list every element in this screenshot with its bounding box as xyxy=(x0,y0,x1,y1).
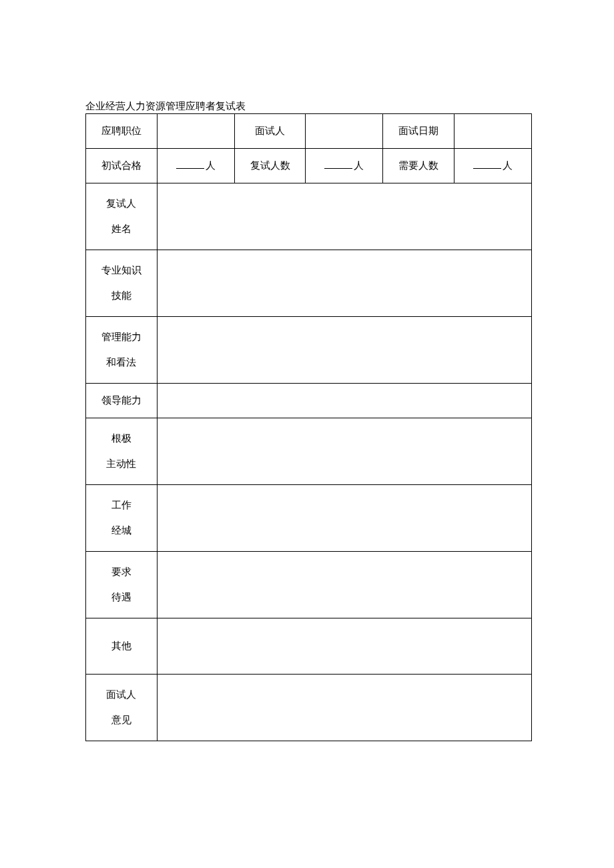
blank-line xyxy=(324,159,352,169)
work-experience-value[interactable] xyxy=(157,485,531,552)
label-line1: 工作 xyxy=(111,500,131,510)
label-line1: 面试人 xyxy=(106,689,136,700)
label-line1: 根极 xyxy=(111,433,131,444)
candidate-name-label: 复试人 姓名 xyxy=(86,183,158,250)
label-line2: 技能 xyxy=(111,290,131,301)
other-label: 其他 xyxy=(86,618,158,675)
first-pass-label: 初试合格 xyxy=(86,149,158,183)
initiative-value[interactable] xyxy=(157,418,531,485)
work-experience-row: 工作 经城 xyxy=(86,485,532,552)
blank-line xyxy=(176,159,204,169)
professional-skill-label: 专业知识 技能 xyxy=(86,250,158,317)
label-line2: 姓名 xyxy=(111,224,131,234)
leadership-value[interactable] xyxy=(157,384,531,418)
requirements-row: 要求 待遇 xyxy=(86,552,532,618)
initiative-row: 根极 主动性 xyxy=(86,418,532,485)
professional-skill-row: 专业知识 技能 xyxy=(86,250,532,317)
position-label: 应聘职位 xyxy=(86,114,158,149)
header-row: 应聘职位 面试人 面试日期 xyxy=(86,114,532,149)
label-line1: 要求 xyxy=(111,566,131,577)
counts-row: 初试合格 人 复试人数 人 需要人数 人 xyxy=(86,149,532,183)
label-line2: 主动性 xyxy=(106,458,136,469)
position-value[interactable] xyxy=(157,114,234,149)
date-label: 面试日期 xyxy=(383,114,454,149)
retest-count-label: 复试人数 xyxy=(234,149,306,183)
unit-label: 人 xyxy=(206,160,216,171)
management-ability-value[interactable] xyxy=(157,317,531,384)
label-line2: 和看法 xyxy=(106,357,136,368)
unit-label: 人 xyxy=(354,160,364,171)
candidate-name-row: 复试人 姓名 xyxy=(86,183,532,250)
leadership-label: 领导能力 xyxy=(86,384,158,418)
unit-label: 人 xyxy=(503,160,513,171)
label-line1: 专业知识 xyxy=(101,265,141,276)
label-line2: 经城 xyxy=(111,525,131,536)
retest-form-table: 应聘职位 面试人 面试日期 初试合格 人 复试人数 人 需要人数 人 复试人 姓… xyxy=(85,113,532,741)
other-value[interactable] xyxy=(157,618,531,675)
initiative-label: 根极 主动性 xyxy=(86,418,158,485)
requirements-label: 要求 待遇 xyxy=(86,552,158,618)
label-line1: 复试人 xyxy=(106,198,136,209)
interviewer-opinion-label: 面试人 意见 xyxy=(86,675,158,741)
needed-count-value[interactable]: 人 xyxy=(454,149,532,183)
retest-count-value[interactable]: 人 xyxy=(306,149,383,183)
needed-count-label: 需要人数 xyxy=(383,149,454,183)
interviewer-opinion-row: 面试人 意见 xyxy=(86,675,532,741)
interviewer-opinion-value[interactable] xyxy=(157,675,531,741)
label-line2: 待遇 xyxy=(111,592,131,602)
candidate-name-value[interactable] xyxy=(157,183,531,250)
management-ability-row: 管理能力 和看法 xyxy=(86,317,532,384)
interviewer-value[interactable] xyxy=(306,114,383,149)
page-title: 企业经营人力资源管理应聘者复试表 xyxy=(85,100,246,113)
management-ability-label: 管理能力 和看法 xyxy=(86,317,158,384)
leadership-row: 领导能力 xyxy=(86,384,532,418)
requirements-value[interactable] xyxy=(157,552,531,618)
label-line2: 意见 xyxy=(111,715,131,725)
first-pass-value[interactable]: 人 xyxy=(157,149,234,183)
other-row: 其他 xyxy=(86,618,532,675)
professional-skill-value[interactable] xyxy=(157,250,531,317)
blank-line xyxy=(473,159,501,169)
date-value[interactable] xyxy=(454,114,532,149)
work-experience-label: 工作 经城 xyxy=(86,485,158,552)
label-line1: 管理能力 xyxy=(101,332,141,342)
interviewer-label: 面试人 xyxy=(234,114,306,149)
